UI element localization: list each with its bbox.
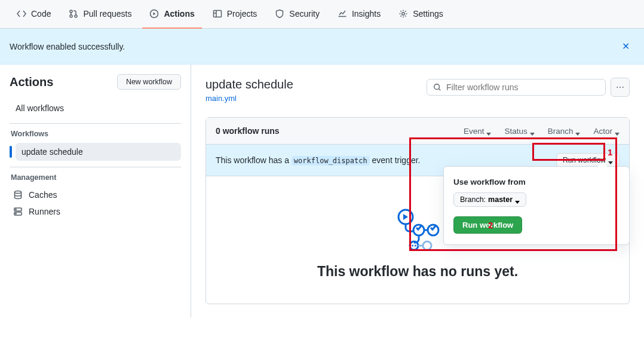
management-heading: Management bbox=[11, 173, 181, 182]
chevron-down-icon bbox=[486, 128, 491, 133]
run-workflow-dropdown: Use workflow from Branch: master Run wor… bbox=[443, 166, 630, 245]
svg-point-16 bbox=[412, 245, 413, 247]
chevron-down-icon bbox=[575, 128, 580, 133]
main-content: update schedule main.yml ⋯ 0 workflow ru… bbox=[191, 65, 644, 317]
divider bbox=[10, 123, 181, 124]
sidebar-runners-label: Runners bbox=[29, 207, 60, 216]
filter-actor[interactable]: Actor bbox=[593, 127, 620, 136]
empty-title: This workflow has no runs yet. bbox=[216, 264, 620, 280]
more-menu-button[interactable]: ⋯ bbox=[611, 78, 630, 97]
svg-point-6 bbox=[15, 191, 22, 194]
svg-point-11 bbox=[434, 84, 440, 90]
svg-point-10 bbox=[16, 213, 16, 214]
tab-projects[interactable]: Projects bbox=[206, 0, 265, 29]
tab-security[interactable]: Security bbox=[268, 0, 327, 29]
tab-pulls-label: Pull requests bbox=[83, 9, 131, 19]
tab-actions[interactable]: Actions bbox=[142, 0, 201, 29]
tab-code[interactable]: Code bbox=[10, 0, 58, 29]
close-icon[interactable]: ✕ bbox=[617, 38, 634, 54]
tab-actions-label: Actions bbox=[164, 9, 194, 19]
sidebar-caches-label: Caches bbox=[29, 190, 57, 200]
chevron-down-icon bbox=[615, 128, 620, 133]
svg-point-5 bbox=[402, 12, 404, 14]
flash-text: Workflow enabled successfully. bbox=[10, 42, 125, 51]
search-icon bbox=[433, 83, 441, 91]
empty-illustration bbox=[394, 206, 441, 254]
sidebar-all-workflows[interactable]: All workflows bbox=[10, 99, 181, 117]
graph-icon bbox=[338, 9, 347, 19]
use-workflow-from-label: Use workflow from bbox=[453, 178, 620, 186]
workflow-file-link[interactable]: main.yml bbox=[206, 94, 237, 103]
sidebar-runners[interactable]: Runners bbox=[10, 203, 181, 220]
code-icon bbox=[17, 9, 26, 19]
tab-code-label: Code bbox=[31, 9, 51, 19]
flash-banner: Workflow enabled successfully. ✕ bbox=[0, 29, 644, 65]
svg-point-2 bbox=[75, 15, 77, 17]
sidebar-caches[interactable]: Caches bbox=[10, 186, 181, 203]
tab-projects-label: Projects bbox=[227, 9, 257, 19]
sidebar-workflow-item[interactable]: update schedule bbox=[16, 143, 181, 161]
filter-input-wrapper[interactable] bbox=[427, 79, 606, 96]
tab-settings-label: Settings bbox=[413, 9, 443, 19]
page-layout: Actions New workflow All workflows Workf… bbox=[0, 65, 644, 317]
database-icon bbox=[13, 190, 23, 200]
sidebar-title: Actions bbox=[10, 75, 53, 89]
tab-security-label: Security bbox=[289, 9, 320, 19]
shield-icon bbox=[275, 9, 284, 19]
runs-count: 0 workflow runs bbox=[216, 126, 280, 136]
workflow-title: update schedule bbox=[206, 78, 293, 91]
repo-tab-bar: Code Pull requests Actions Projects Secu… bbox=[0, 0, 644, 29]
play-circle-icon bbox=[149, 9, 159, 19]
server-icon bbox=[13, 207, 23, 216]
filter-branch[interactable]: Branch bbox=[548, 127, 581, 136]
svg-point-0 bbox=[70, 10, 72, 13]
chevron-down-icon bbox=[608, 158, 613, 163]
dispatch-text: This workflow has a workflow_dispatch ev… bbox=[216, 155, 420, 165]
svg-point-9 bbox=[16, 209, 16, 210]
filter-status[interactable]: Status bbox=[504, 127, 534, 136]
filter-input[interactable] bbox=[446, 82, 599, 92]
gear-icon bbox=[398, 9, 408, 19]
tab-insights[interactable]: Insights bbox=[330, 0, 388, 29]
actions-sidebar: Actions New workflow All workflows Workf… bbox=[0, 65, 191, 317]
branch-select-button[interactable]: Branch: master bbox=[453, 192, 526, 207]
tab-pulls[interactable]: Pull requests bbox=[62, 0, 139, 29]
chevron-down-icon bbox=[515, 197, 520, 202]
pull-request-icon bbox=[69, 9, 78, 19]
tab-insights-label: Insights bbox=[352, 9, 381, 19]
svg-point-18 bbox=[423, 241, 431, 250]
svg-rect-4 bbox=[213, 10, 221, 17]
tab-settings[interactable]: Settings bbox=[391, 0, 450, 29]
filter-event[interactable]: Event bbox=[464, 127, 492, 136]
annotation-num-1: 1 bbox=[608, 147, 612, 157]
svg-point-1 bbox=[70, 15, 72, 17]
projects-icon bbox=[213, 9, 222, 19]
annotation-num-2: 2 bbox=[488, 220, 493, 230]
divider bbox=[10, 167, 181, 167]
workflows-heading: Workflows bbox=[11, 130, 181, 138]
chevron-down-icon bbox=[530, 128, 535, 133]
new-workflow-button[interactable]: New workflow bbox=[117, 74, 181, 90]
svg-point-17 bbox=[415, 245, 416, 247]
